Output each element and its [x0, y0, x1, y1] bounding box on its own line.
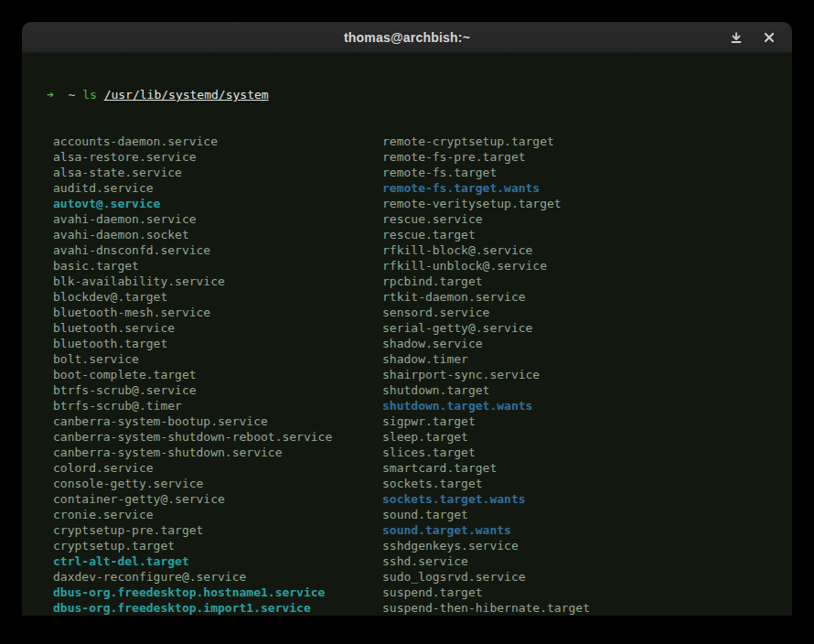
file-row: avahi-daemon.servicerescue.service — [47, 211, 792, 227]
file-entry: bluetooth-mesh.service — [53, 305, 382, 320]
file-entry: sigpwr.target — [382, 414, 476, 428]
file-entry: shadow.service — [382, 337, 483, 350]
file-listing: accounts-daemon.serviceremote-cryptsetup… — [47, 134, 792, 616]
file-entry: remote-fs.target — [382, 166, 497, 179]
file-entry: rtkit-daemon.service — [382, 290, 526, 304]
download-button[interactable] — [726, 27, 746, 48]
file-entry: bluetooth.service — [53, 320, 382, 336]
file-row: canberra-system-bootup.servicesigpwr.tar… — [47, 413, 792, 429]
file-entry: sockets.target — [382, 477, 483, 490]
file-row: dbus-org.freedesktop.hostname1.servicesu… — [47, 585, 792, 600]
file-row: avahi-dnsconfd.servicerfkill-block@.serv… — [47, 242, 792, 258]
file-row: cryptsetup.targetsshdgenkeys.service — [47, 538, 792, 553]
close-icon — [764, 32, 775, 43]
file-row: daxdev-reconfigure@.servicesudo_logsrvd.… — [47, 569, 792, 585]
file-entry: accounts-daemon.service — [53, 134, 382, 149]
file-entry: sensord.service — [382, 306, 489, 319]
file-entry: sleep.target — [382, 430, 468, 444]
prompt-arrow: ➜ — [47, 88, 54, 102]
file-entry: canberra-system-shutdown-reboot.service — [53, 429, 382, 445]
file-entry: autovt@.service — [53, 196, 382, 211]
file-row: container-getty@.servicesockets.target.w… — [47, 491, 792, 507]
file-entry: container-getty@.service — [53, 491, 382, 507]
file-entry: canberra-system-bootup.service — [53, 413, 382, 429]
file-entry: remote-cryptsetup.target — [382, 134, 554, 148]
file-row: cronie.servicesound.target — [47, 507, 792, 522]
file-row: btrfs-scrub@.serviceshutdown.target — [47, 382, 792, 398]
file-entry: boot-complete.target — [53, 367, 382, 382]
file-row: ctrl-alt-del.targetsshd.service — [47, 553, 792, 569]
file-entry: slices.target — [382, 445, 476, 459]
file-entry: dbus-org.freedesktop.hostname1.service — [53, 585, 382, 600]
titlebar-buttons — [726, 22, 779, 52]
file-entry: cryptsetup-pre.target — [53, 522, 382, 538]
file-row: auditd.serviceremote-fs.target.wants — [47, 180, 792, 196]
file-entry: console-getty.service — [53, 476, 382, 491]
file-row: alsa-state.serviceremote-fs.target — [47, 165, 792, 180]
file-entry: sound.target.wants — [382, 523, 511, 537]
close-button[interactable] — [759, 27, 779, 48]
download-icon — [730, 31, 743, 44]
file-entry: auditd.service — [53, 180, 382, 196]
file-entry: remote-fs-pre.target — [382, 150, 526, 164]
file-row: blockdev@.targetrtkit-daemon.service — [47, 289, 792, 305]
file-entry: bluetooth.target — [53, 336, 382, 351]
file-entry: cryptsetup.target — [53, 538, 382, 553]
file-row: colord.servicesmartcard.target — [47, 460, 792, 476]
file-entry: shairport-sync.service — [382, 368, 540, 381]
file-entry: daxdev-reconfigure@.service — [53, 569, 382, 585]
prompt-command: ls — [82, 88, 97, 102]
file-row: btrfs-scrub@.timershutdown.target.wants — [47, 398, 792, 413]
file-entry: dbus-org.freedesktop.import1.service — [53, 600, 382, 616]
file-row: avahi-daemon.socketrescue.target — [47, 227, 792, 242]
terminal-window: thomas@archbish:~ ➜ — [22, 22, 792, 616]
file-entry: serial-getty@.service — [382, 321, 532, 335]
terminal-output[interactable]: ➜ ~ ls /usr/lib/systemd/system accounts-… — [22, 53, 792, 616]
file-row: bolt.serviceshadow.timer — [47, 351, 792, 367]
file-entry: btrfs-scrub@.service — [53, 382, 382, 398]
file-row: console-getty.servicesockets.target — [47, 476, 792, 491]
file-entry: avahi-daemon.socket — [53, 227, 382, 242]
file-entry: rfkill-unblock@.service — [382, 259, 547, 273]
file-entry: cronie.service — [53, 507, 382, 522]
file-entry: sshd.service — [382, 554, 468, 568]
file-entry: rfkill-block@.service — [382, 243, 532, 257]
file-entry: sockets.target.wants — [382, 492, 526, 506]
file-entry: remote-veritysetup.target — [382, 197, 562, 210]
file-row: canberra-system-shutdown.serviceslices.t… — [47, 445, 792, 460]
file-row: bluetooth.targetshadow.service — [47, 336, 792, 351]
file-row: cryptsetup-pre.targetsound.target.wants — [47, 522, 792, 538]
file-entry: alsa-state.service — [53, 165, 382, 180]
file-entry: blk-availability.service — [53, 274, 382, 289]
file-entry: remote-fs.target.wants — [382, 181, 540, 195]
file-row: alsa-restore.serviceremote-fs-pre.target — [47, 149, 792, 165]
prompt-line: ➜ ~ ls /usr/lib/systemd/system — [47, 87, 792, 102]
file-entry: avahi-daemon.service — [53, 211, 382, 227]
file-row: basic.targetrfkill-unblock@.service — [47, 258, 792, 274]
file-entry: sudo_logsrvd.service — [382, 570, 526, 584]
file-entry: sshdgenkeys.service — [382, 539, 519, 553]
file-entry: rpcbind.target — [382, 274, 483, 288]
file-row: accounts-daemon.serviceremote-cryptsetup… — [47, 134, 792, 149]
file-row: boot-complete.targetshairport-sync.servi… — [47, 367, 792, 382]
file-entry: shadow.timer — [382, 352, 468, 366]
titlebar[interactable]: thomas@archbish:~ — [22, 22, 792, 53]
file-row: blk-availability.servicerpcbind.target — [47, 274, 792, 289]
file-entry: rescue.target — [382, 228, 476, 242]
file-entry: rescue.service — [382, 212, 483, 226]
file-row: canberra-system-shutdown-reboot.services… — [47, 429, 792, 445]
file-entry: suspend-then-hibernate.target — [382, 601, 590, 615]
file-entry: suspend.target — [382, 585, 483, 599]
file-entry: sound.target — [382, 508, 468, 521]
file-entry: basic.target — [53, 258, 382, 274]
file-entry: colord.service — [53, 460, 382, 476]
prompt-argument: /usr/lib/systemd/system — [104, 88, 269, 102]
file-entry: shutdown.target.wants — [382, 399, 532, 413]
file-row: bluetooth.serviceserial-getty@.service — [47, 320, 792, 336]
file-row: dbus-org.freedesktop.import1.servicesusp… — [47, 600, 792, 616]
file-entry: shutdown.target — [382, 383, 489, 397]
file-row: autovt@.serviceremote-veritysetup.target — [47, 196, 792, 211]
file-entry: bolt.service — [53, 351, 382, 367]
file-entry: blockdev@.target — [53, 289, 382, 305]
file-entry: canberra-system-shutdown.service — [53, 445, 382, 460]
